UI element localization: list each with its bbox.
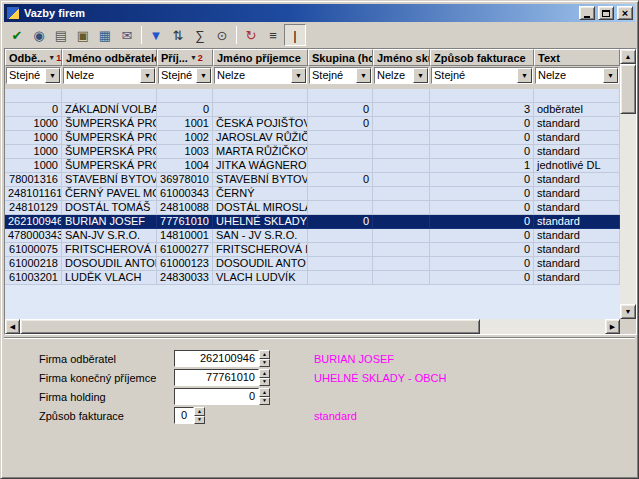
grid-cell[interactable]: standard <box>534 271 620 285</box>
grid-cell[interactable]: FRITSCHEROVÁ D <box>213 243 308 257</box>
grid-cell[interactable] <box>308 243 373 257</box>
grid-cell[interactable] <box>373 229 430 243</box>
grid-cell[interactable]: standard <box>534 187 620 201</box>
grid-cell[interactable]: standard <box>534 229 620 243</box>
settings-button[interactable]: ≡ <box>262 24 284 46</box>
grid-cell[interactable]: ČESKÁ POJIŠŤOV <box>213 117 308 131</box>
grid-cell[interactable]: 0 <box>430 201 534 215</box>
spinner-down-button[interactable]: ▼ <box>259 359 270 368</box>
combobox-dropdown-button[interactable]: ▼ <box>603 68 618 83</box>
sum-button[interactable]: ∑ <box>189 24 211 46</box>
confirm-button[interactable]: ✔ <box>6 24 28 46</box>
table-row[interactable]: 1000ŠUMPERSKÁ PROVO1001ČESKÁ POJIŠŤOV00s… <box>5 117 620 131</box>
table-row[interactable]: 0ZÁKLADNÍ VOLBA003odběratel <box>5 103 620 117</box>
combobox-dropdown-button[interactable]: ▼ <box>196 68 211 83</box>
grid-cell[interactable] <box>373 159 430 173</box>
grid-cell[interactable] <box>373 89 430 103</box>
grid-cell[interactable]: 0 <box>430 131 534 145</box>
grid-cell[interactable]: standard <box>534 145 620 159</box>
cursor-button[interactable]: | <box>284 24 306 46</box>
grid-cell[interactable] <box>308 229 373 243</box>
grid-cell[interactable]: STAVEBNÍ BYTOVÉ <box>62 173 157 187</box>
scroll-right-button[interactable]: ▶ <box>605 319 620 334</box>
spinner-down-button[interactable]: ▼ <box>194 416 205 425</box>
grid-cell[interactable]: ŠUMPERSKÁ PROVO <box>62 159 157 173</box>
combobox-dropdown-button[interactable]: ▼ <box>413 68 428 83</box>
grid-cell[interactable]: standard <box>534 215 620 229</box>
grid-cell[interactable] <box>308 159 373 173</box>
firma-odberatel-input[interactable]: 262100946 <box>174 350 259 367</box>
firma-konecny-prijemce-input[interactable]: 77761010 <box>174 369 259 386</box>
grid-cell[interactable]: 0 <box>430 187 534 201</box>
grid-cell[interactable]: 24830033 <box>157 271 213 285</box>
table-row[interactable]: 24810129DOSTÁL TOMÁŠ24810088DOSTÁL MIROS… <box>5 201 620 215</box>
grid-cell[interactable] <box>62 89 157 103</box>
grid-cell[interactable] <box>308 131 373 145</box>
table-row[interactable]: 1000ŠUMPERSKÁ PROVO1003MARTA RŮŽIČKOV0st… <box>5 145 620 159</box>
grid-cell[interactable]: odběratel <box>534 103 620 117</box>
grid-cell[interactable]: 61003201 <box>5 271 62 285</box>
grid-cell[interactable] <box>373 271 430 285</box>
table-button[interactable]: ▦ <box>94 24 116 46</box>
table-row[interactable]: 248101161ČERNÝ PAVEL MGR.61000343ČERNÝ0s… <box>5 187 620 201</box>
grid-cell[interactable]: 1000 <box>5 145 62 159</box>
grid-cell[interactable]: 1001 <box>157 117 213 131</box>
grid-cell[interactable] <box>373 257 430 271</box>
spinner-down-button[interactable]: ▼ <box>259 397 270 406</box>
table-row[interactable]: 1000ŠUMPERSKÁ PROVO1002JAROSLAV RŮŽIČ0st… <box>5 131 620 145</box>
column-header[interactable]: Text <box>534 49 620 66</box>
grid-cell[interactable]: 61000277 <box>157 243 213 257</box>
spinner-up-button[interactable]: ▲ <box>194 407 205 416</box>
minimize-button[interactable] <box>579 6 595 20</box>
grid-cell[interactable]: 36978010 <box>157 173 213 187</box>
grid-cell[interactable]: 0 <box>308 103 373 117</box>
grid-cell[interactable] <box>373 201 430 215</box>
grid-cell[interactable]: 1004 <box>157 159 213 173</box>
filter-combobox[interactable]: Nelze▼ <box>214 67 307 84</box>
grid-cell[interactable]: 0 <box>157 103 213 117</box>
spinner-up-button[interactable]: ▲ <box>259 369 270 378</box>
grid-cell[interactable]: BURIAN JOSEF <box>62 215 157 229</box>
scroll-up-button[interactable]: ▲ <box>620 49 636 64</box>
grid-cell[interactable]: DOSOUDIL ANTO <box>213 257 308 271</box>
filter-combobox[interactable]: Stejné▼ <box>158 67 212 84</box>
copy-button[interactable]: ▣ <box>72 24 94 46</box>
sort-button[interactable]: ⇅ <box>167 24 189 46</box>
table-row[interactable]: 1000ŠUMPERSKÁ PROVO1004JITKA WÁGNERO1jed… <box>5 159 620 173</box>
grid-cell[interactable] <box>373 117 430 131</box>
refresh-button[interactable]: ↻ <box>240 24 262 46</box>
grid-cell[interactable]: 14810001 <box>157 229 213 243</box>
grid-cell[interactable]: 248101161 <box>5 187 62 201</box>
table-row[interactable]: 61000218DOSOUDIL ANTONÍ61000123DOSOUDIL … <box>5 257 620 271</box>
grid-cell[interactable] <box>373 103 430 117</box>
grid-cell[interactable]: 0 <box>5 103 62 117</box>
grid-cell[interactable]: ČERNÝ <box>213 187 308 201</box>
grid-cell[interactable] <box>373 145 430 159</box>
grid-cell[interactable] <box>308 145 373 159</box>
grid-cell[interactable]: 0 <box>430 257 534 271</box>
spinner-down-button[interactable]: ▼ <box>259 378 270 387</box>
grid-cell[interactable]: 0 <box>430 173 534 187</box>
combobox-dropdown-button[interactable]: ▼ <box>45 68 60 83</box>
zpusob-fakturace-input[interactable]: 0 <box>174 407 194 424</box>
table-row[interactable]: 61003201LUDĚK VLACH24830033VLACH LUDVÍK0… <box>5 271 620 285</box>
grid-cell[interactable] <box>213 89 308 103</box>
column-header[interactable]: Jméno odběratele <box>62 49 157 66</box>
filter-combobox[interactable]: Nelze▼ <box>374 67 429 84</box>
grid-cell[interactable]: 262100946 <box>5 215 62 229</box>
grid-cell[interactable]: standard <box>534 131 620 145</box>
grid-cell[interactable]: 0 <box>308 117 373 131</box>
column-header[interactable]: Jméno skupiny <box>373 49 430 66</box>
grid-cell[interactable]: 0 <box>430 117 534 131</box>
mail-button[interactable]: ✉ <box>116 24 138 46</box>
filter-combobox[interactable]: Stejné▼ <box>431 67 533 84</box>
grid-cell[interactable] <box>308 187 373 201</box>
combobox-dropdown-button[interactable]: ▼ <box>291 68 306 83</box>
table-row[interactable] <box>5 89 620 103</box>
grid-cell[interactable]: 24810129 <box>5 201 62 215</box>
grid-cell[interactable]: 24810088 <box>157 201 213 215</box>
maximize-button[interactable] <box>598 6 614 20</box>
scroll-down-button[interactable]: ▼ <box>620 304 636 319</box>
column-header[interactable]: Skupina (holding) <box>308 49 373 66</box>
grid-cell[interactable]: 1 <box>430 159 534 173</box>
